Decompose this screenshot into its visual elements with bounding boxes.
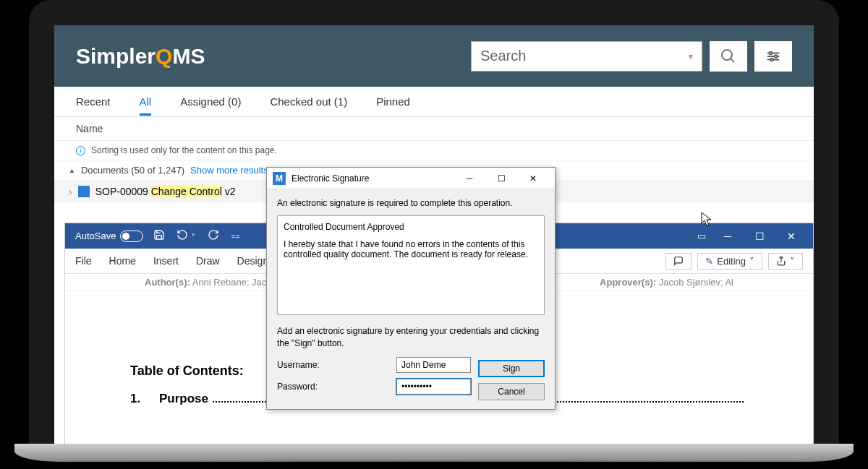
authors-label: Author(s): bbox=[145, 277, 190, 288]
comments-button[interactable] bbox=[665, 253, 692, 270]
approvers-label: Approver(s): bbox=[600, 277, 656, 288]
share-icon bbox=[776, 256, 786, 266]
word-file-icon bbox=[78, 186, 90, 197]
mfiles-icon: M bbox=[273, 172, 286, 185]
tab-recent[interactable]: Recent bbox=[76, 95, 111, 113]
search-placeholder: Search bbox=[480, 48, 526, 64]
svg-point-6 bbox=[775, 55, 778, 58]
dialog-instructions: Add an electronic signature by entering … bbox=[277, 325, 545, 350]
search-input[interactable]: Search ▾ bbox=[471, 41, 702, 72]
share-button[interactable]: ˅ bbox=[768, 253, 803, 270]
maximize-button[interactable]: ☐ bbox=[744, 223, 775, 249]
laptop-frame-base bbox=[14, 444, 854, 462]
sort-note-text: Sorting is used only for the content on … bbox=[91, 145, 277, 155]
approvers-value: Jacob Sjørslev; Al bbox=[656, 277, 733, 288]
svg-line-1 bbox=[731, 59, 734, 62]
tab-pinned[interactable]: Pinned bbox=[376, 95, 410, 113]
logo-prefix: Simpler bbox=[76, 44, 156, 69]
comment-icon bbox=[673, 256, 684, 266]
editing-mode-button[interactable]: ✎ Editing ˅ bbox=[697, 253, 762, 270]
show-more-link[interactable]: Show more results bbox=[190, 165, 268, 176]
ribbon-insert[interactable]: Insert bbox=[153, 255, 179, 267]
ribbon-file[interactable]: File bbox=[75, 255, 92, 267]
authors-value: Anni Rebane; Jacob bbox=[190, 277, 277, 288]
view-tabs: Recent All Assigned (0) Checked out (1) … bbox=[54, 87, 814, 117]
sliders-icon bbox=[765, 48, 781, 64]
app-header: SimplerQMS Search ▾ bbox=[54, 25, 814, 87]
laptop-shadow bbox=[43, 460, 825, 469]
toggle-icon[interactable] bbox=[120, 231, 143, 242]
search-icon bbox=[720, 48, 737, 65]
tab-checked-out[interactable]: Checked out (1) bbox=[270, 95, 347, 113]
dialog-message: An electronic signature is required to c… bbox=[277, 198, 545, 208]
signature-statement-box[interactable]: Controlled Document Approved I hereby st… bbox=[277, 215, 545, 315]
filter-button[interactable] bbox=[754, 41, 792, 72]
dialog-title-text: Electronic Signature bbox=[292, 173, 369, 184]
sort-notice: i Sorting is used only for the content o… bbox=[54, 141, 814, 160]
chevron-down-icon: ˅ bbox=[749, 256, 754, 267]
logo-suffix: MS bbox=[172, 44, 205, 69]
close-button[interactable]: ✕ bbox=[775, 223, 807, 249]
collapse-icon[interactable]: ▲ bbox=[69, 167, 75, 174]
statement-body: I hereby state that I have found no erro… bbox=[284, 239, 538, 259]
dialog-titlebar[interactable]: M Electronic Signature ─ ☐ ✕ bbox=[267, 168, 555, 189]
save-icon[interactable] bbox=[148, 229, 171, 243]
logo-q: Q bbox=[156, 44, 172, 69]
document-title: SOP-00009 Change Control v2 bbox=[95, 186, 236, 197]
dialog-minimize-button[interactable]: ─ bbox=[454, 168, 485, 189]
group-label: Documents (50 of 1,247) bbox=[81, 165, 184, 176]
statement-title: Controlled Document Approved bbox=[284, 222, 538, 232]
sign-button[interactable]: Sign bbox=[478, 360, 545, 377]
app-logo: SimplerQMS bbox=[76, 44, 205, 69]
tab-all[interactable]: All bbox=[140, 95, 152, 116]
ribbon-design[interactable]: Design bbox=[237, 255, 269, 267]
dialog-maximize-button[interactable]: ☐ bbox=[485, 168, 517, 189]
username-label: Username: bbox=[277, 360, 396, 370]
svg-point-5 bbox=[770, 51, 773, 54]
customize-toolbar-icon[interactable]: ⩵ bbox=[225, 231, 246, 241]
tab-assigned[interactable]: Assigned (0) bbox=[180, 95, 241, 113]
undo-icon[interactable]: ˅ bbox=[171, 229, 202, 243]
column-header-name[interactable]: Name bbox=[54, 117, 814, 141]
search-button[interactable] bbox=[710, 41, 747, 72]
ribbon-display-icon[interactable]: ▭ bbox=[692, 231, 712, 241]
password-label: Password: bbox=[277, 382, 396, 392]
info-icon: i bbox=[76, 146, 85, 155]
svg-point-7 bbox=[770, 58, 773, 61]
electronic-signature-dialog: M Electronic Signature ─ ☐ ✕ An electron… bbox=[266, 167, 556, 410]
ribbon-draw[interactable]: Draw bbox=[196, 255, 220, 267]
redo-icon[interactable] bbox=[202, 229, 225, 243]
pencil-icon: ✎ bbox=[705, 256, 713, 267]
chevron-down-icon[interactable]: ▾ bbox=[689, 51, 693, 61]
svg-point-0 bbox=[722, 50, 732, 60]
username-input[interactable] bbox=[396, 357, 471, 373]
ribbon-home[interactable]: Home bbox=[109, 255, 136, 267]
minimize-button[interactable]: ─ bbox=[712, 223, 744, 249]
cancel-button[interactable]: Cancel bbox=[478, 383, 545, 400]
dialog-close-button[interactable]: ✕ bbox=[517, 168, 549, 189]
autosave-toggle[interactable]: AutoSave bbox=[71, 231, 148, 242]
password-input[interactable] bbox=[396, 379, 471, 395]
expand-icon[interactable]: › bbox=[69, 186, 72, 197]
